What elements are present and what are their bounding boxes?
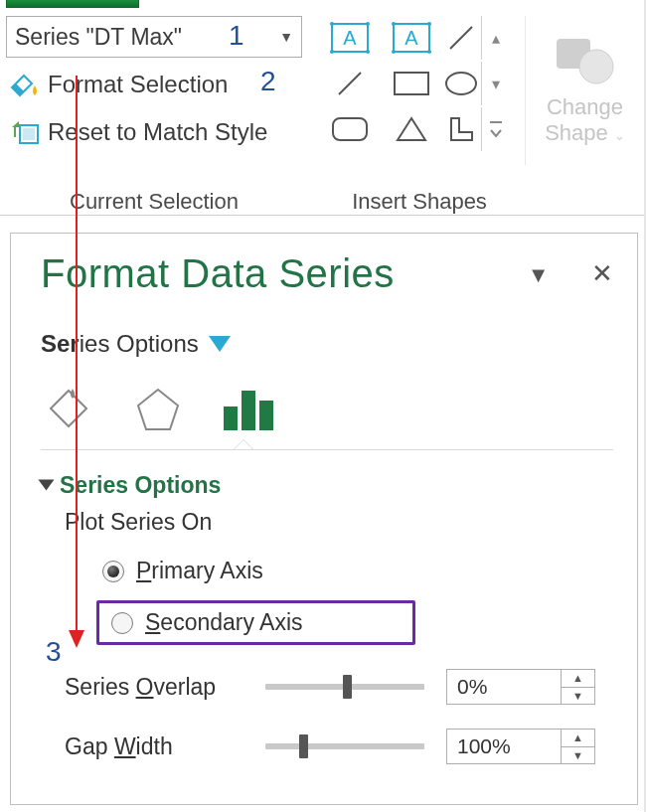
ribbon-tab-accent [6, 0, 139, 8]
series-options-section-header[interactable]: Series Options [41, 472, 613, 499]
close-icon[interactable]: ✕ [591, 258, 613, 288]
svg-rect-22 [224, 406, 238, 430]
fill-line-category[interactable] [41, 384, 96, 435]
change-shape-label-2: Shape [545, 120, 608, 145]
insert-shapes-gallery[interactable]: A A ▴ ▾ [320, 16, 511, 151]
series-overlap-input[interactable]: 0% ▲ ▼ [446, 669, 595, 705]
reset-to-match-label: Reset to Match Style [48, 118, 267, 146]
radio-icon [111, 612, 133, 634]
collapse-icon [39, 480, 55, 491]
svg-rect-23 [242, 391, 255, 430]
gap-width-control: Gap Width 100% ▲ ▼ [65, 729, 613, 764]
l-shape-icon[interactable] [443, 107, 479, 151]
group-label-insert-shapes: Insert Shapes [310, 189, 529, 215]
chevron-down-icon: ▼ [279, 29, 293, 45]
secondary-axis-radio[interactable]: Secondary Axis [96, 600, 613, 645]
current-selection-group: Series "DT Max" ▼ Format Selection [6, 16, 302, 153]
textbox-a-icon[interactable]: A [382, 16, 441, 60]
paint-bucket-icon [8, 68, 42, 101]
spin-down-icon[interactable]: ▼ [562, 747, 594, 764]
chart-element-selector-value: Series "DT Max" [15, 24, 182, 51]
svg-point-5 [366, 22, 370, 26]
spin-up-icon[interactable]: ▲ [562, 730, 594, 747]
gap-width-value[interactable]: 100% [447, 730, 561, 763]
spin-down-icon[interactable]: ▼ [562, 688, 594, 705]
series-overlap-slider[interactable] [265, 684, 424, 690]
oval-icon[interactable] [443, 62, 479, 105]
chevron-down-icon [209, 336, 231, 352]
line-shape-icon[interactable] [443, 16, 479, 60]
change-shape-icon [551, 35, 620, 88]
svg-point-4 [330, 22, 334, 26]
svg-point-6 [330, 50, 334, 54]
spin-up-icon[interactable]: ▲ [562, 670, 594, 688]
svg-point-13 [427, 50, 431, 54]
svg-point-10 [392, 22, 396, 26]
svg-point-21 [579, 50, 613, 83]
svg-point-7 [366, 50, 370, 54]
svg-line-15 [339, 73, 361, 94]
group-label-current-selection: Current Selection [6, 189, 302, 215]
annotation-number: 2 [260, 66, 276, 97]
annotation-number: 1 [229, 20, 244, 52]
reset-icon [8, 115, 42, 149]
reset-to-match-style-button[interactable]: Reset to Match Style [6, 111, 302, 153]
svg-rect-18 [333, 118, 367, 140]
line-shape-icon[interactable] [320, 62, 380, 105]
slider-thumb[interactable] [299, 734, 308, 758]
pane-title: Format Data Series [41, 251, 395, 296]
primary-axis-radio[interactable]: Primary Axis [102, 558, 613, 584]
svg-rect-16 [395, 73, 428, 94]
format-selection-button[interactable]: Format Selection [6, 64, 302, 105]
format-data-series-pane: Format Data Series ▼ ✕ Series Options Se… [10, 233, 638, 805]
series-options-category[interactable] [220, 384, 275, 435]
change-shape-label-1: Change [547, 94, 623, 120]
svg-rect-24 [259, 401, 273, 430]
ribbon-divider [0, 215, 646, 216]
svg-point-17 [446, 73, 476, 94]
series-overlap-value[interactable]: 0% [447, 670, 561, 704]
svg-line-14 [450, 27, 472, 49]
svg-rect-1 [23, 128, 35, 140]
gallery-scroll-down[interactable]: ▾ [481, 62, 509, 105]
annotation-number: 3 [46, 636, 62, 668]
effects-category[interactable] [130, 384, 186, 435]
chevron-down-icon: ⌄ [614, 128, 625, 143]
change-shape-button: Change Shape ⌄ [525, 16, 644, 165]
svg-text:A: A [343, 27, 357, 49]
gallery-scroll-up[interactable]: ▴ [481, 16, 509, 60]
chart-element-selector[interactable]: Series "DT Max" ▼ [6, 16, 302, 58]
plot-series-on-label: Plot Series On [65, 509, 613, 536]
triangle-icon[interactable] [382, 107, 441, 151]
gap-width-slider[interactable] [265, 743, 424, 749]
svg-point-11 [427, 22, 431, 26]
svg-text:A: A [404, 27, 418, 49]
svg-point-12 [392, 50, 396, 54]
series-options-dropdown[interactable]: Series Options [41, 330, 613, 358]
slider-thumb[interactable] [343, 675, 352, 699]
annotation-arrow [76, 76, 78, 646]
rectangle-icon[interactable] [382, 62, 441, 105]
series-overlap-control: Series Overlap 0% ▲ ▼ [65, 669, 613, 705]
gap-width-input[interactable]: 100% ▲ ▼ [446, 729, 595, 764]
radio-icon [102, 561, 124, 582]
ribbon: Series "DT Max" ▼ Format Selection [6, 16, 640, 215]
textbox-a-icon[interactable]: A [320, 16, 380, 60]
gallery-expand[interactable] [481, 107, 509, 151]
rounded-rect-icon[interactable] [320, 107, 380, 151]
pane-options-dropdown[interactable]: ▼ [528, 262, 550, 287]
